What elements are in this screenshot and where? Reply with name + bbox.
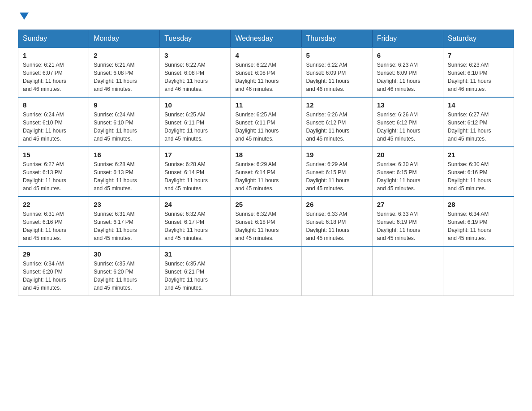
day-info: Sunrise: 6:22 AMSunset: 6:08 PMDaylight:…: [235, 61, 296, 93]
calendar-cell: 6Sunrise: 6:23 AMSunset: 6:09 PMDaylight…: [372, 47, 443, 97]
calendar-cell: 22Sunrise: 6:31 AMSunset: 6:16 PMDayligh…: [18, 197, 89, 246]
calendar-cell: 29Sunrise: 6:34 AMSunset: 6:20 PMDayligh…: [18, 246, 89, 296]
calendar-table: SundayMondayTuesdayWednesdayThursdayFrid…: [18, 30, 514, 296]
logo-triangle-icon: [20, 13, 29, 20]
calendar-cell: 25Sunrise: 6:32 AMSunset: 6:18 PMDayligh…: [231, 197, 301, 246]
day-number: 19: [306, 151, 368, 158]
calendar-cell: [231, 246, 301, 296]
week-row-4: 22Sunrise: 6:31 AMSunset: 6:16 PMDayligh…: [18, 197, 514, 246]
day-info: Sunrise: 6:22 AMSunset: 6:08 PMDaylight:…: [164, 61, 226, 93]
day-number: 30: [94, 250, 155, 258]
weekday-header-wednesday: Wednesday: [231, 30, 301, 48]
weekday-header-monday: Monday: [89, 30, 160, 48]
day-number: 18: [235, 151, 296, 158]
day-info: Sunrise: 6:30 AMSunset: 6:15 PMDaylight:…: [377, 160, 438, 193]
calendar-cell: [372, 246, 443, 296]
day-number: 13: [377, 101, 438, 109]
calendar-cell: 3Sunrise: 6:22 AMSunset: 6:08 PMDaylight…: [160, 47, 231, 97]
week-row-1: 1Sunrise: 6:21 AMSunset: 6:07 PMDaylight…: [18, 47, 514, 97]
day-info: Sunrise: 6:31 AMSunset: 6:17 PMDaylight:…: [94, 210, 155, 242]
calendar-cell: 19Sunrise: 6:29 AMSunset: 6:15 PMDayligh…: [301, 147, 372, 197]
logo: [18, 13, 29, 21]
calendar-cell: [301, 246, 372, 296]
day-number: 29: [23, 250, 84, 258]
calendar-cell: 2Sunrise: 6:21 AMSunset: 6:08 PMDaylight…: [89, 47, 160, 97]
day-info: Sunrise: 6:24 AMSunset: 6:10 PMDaylight:…: [23, 111, 84, 143]
day-info: Sunrise: 6:30 AMSunset: 6:16 PMDaylight:…: [448, 160, 509, 193]
day-number: 26: [306, 201, 368, 208]
calendar-cell: 11Sunrise: 6:25 AMSunset: 6:11 PMDayligh…: [231, 97, 301, 147]
calendar-cell: 24Sunrise: 6:32 AMSunset: 6:17 PMDayligh…: [160, 197, 231, 246]
day-number: 14: [448, 101, 509, 109]
calendar-cell: [443, 246, 514, 296]
page-header: [18, 13, 514, 21]
day-number: 4: [235, 51, 296, 59]
day-number: 1: [23, 51, 84, 59]
calendar-cell: 20Sunrise: 6:30 AMSunset: 6:15 PMDayligh…: [372, 147, 443, 197]
calendar-cell: 23Sunrise: 6:31 AMSunset: 6:17 PMDayligh…: [89, 197, 160, 246]
day-info: Sunrise: 6:24 AMSunset: 6:10 PMDaylight:…: [94, 111, 155, 143]
calendar-cell: 15Sunrise: 6:27 AMSunset: 6:13 PMDayligh…: [18, 147, 89, 197]
calendar-cell: 30Sunrise: 6:35 AMSunset: 6:20 PMDayligh…: [89, 246, 160, 296]
day-number: 3: [164, 51, 226, 59]
calendar-cell: 18Sunrise: 6:29 AMSunset: 6:14 PMDayligh…: [231, 147, 301, 197]
weekday-header-thursday: Thursday: [301, 30, 372, 48]
calendar-cell: 8Sunrise: 6:24 AMSunset: 6:10 PMDaylight…: [18, 97, 89, 147]
day-info: Sunrise: 6:26 AMSunset: 6:12 PMDaylight:…: [306, 111, 368, 143]
calendar-cell: 28Sunrise: 6:34 AMSunset: 6:19 PMDayligh…: [443, 197, 514, 246]
day-number: 23: [94, 201, 155, 208]
calendar-cell: 12Sunrise: 6:26 AMSunset: 6:12 PMDayligh…: [301, 97, 372, 147]
calendar-cell: 31Sunrise: 6:35 AMSunset: 6:21 PMDayligh…: [160, 246, 231, 296]
day-info: Sunrise: 6:21 AMSunset: 6:08 PMDaylight:…: [94, 61, 155, 93]
day-info: Sunrise: 6:28 AMSunset: 6:14 PMDaylight:…: [164, 160, 226, 193]
day-number: 9: [94, 101, 155, 109]
calendar-cell: 7Sunrise: 6:23 AMSunset: 6:10 PMDaylight…: [443, 47, 514, 97]
day-info: Sunrise: 6:31 AMSunset: 6:16 PMDaylight:…: [23, 210, 84, 242]
day-info: Sunrise: 6:32 AMSunset: 6:18 PMDaylight:…: [235, 210, 296, 242]
day-number: 22: [23, 201, 84, 208]
day-number: 27: [377, 201, 438, 208]
day-number: 24: [164, 201, 226, 208]
day-info: Sunrise: 6:35 AMSunset: 6:21 PMDaylight:…: [164, 260, 226, 292]
day-number: 2: [94, 51, 155, 59]
day-number: 10: [164, 101, 226, 109]
day-info: Sunrise: 6:33 AMSunset: 6:19 PMDaylight:…: [377, 210, 438, 242]
day-info: Sunrise: 6:28 AMSunset: 6:13 PMDaylight:…: [94, 160, 155, 193]
calendar-cell: 10Sunrise: 6:25 AMSunset: 6:11 PMDayligh…: [160, 97, 231, 147]
day-info: Sunrise: 6:34 AMSunset: 6:19 PMDaylight:…: [448, 210, 509, 242]
day-number: 6: [377, 51, 438, 59]
day-number: 20: [377, 151, 438, 158]
day-info: Sunrise: 6:27 AMSunset: 6:12 PMDaylight:…: [448, 111, 509, 143]
day-info: Sunrise: 6:22 AMSunset: 6:09 PMDaylight:…: [306, 61, 368, 93]
day-number: 12: [306, 101, 368, 109]
weekday-header-tuesday: Tuesday: [160, 30, 231, 48]
day-number: 21: [448, 151, 509, 158]
calendar-cell: 5Sunrise: 6:22 AMSunset: 6:09 PMDaylight…: [301, 47, 372, 97]
calendar-cell: 14Sunrise: 6:27 AMSunset: 6:12 PMDayligh…: [443, 97, 514, 147]
weekday-header-sunday: Sunday: [18, 30, 89, 48]
day-info: Sunrise: 6:21 AMSunset: 6:07 PMDaylight:…: [23, 61, 84, 93]
day-info: Sunrise: 6:33 AMSunset: 6:18 PMDaylight:…: [306, 210, 368, 242]
day-info: Sunrise: 6:25 AMSunset: 6:11 PMDaylight:…: [164, 111, 226, 143]
day-number: 8: [23, 101, 84, 109]
day-info: Sunrise: 6:29 AMSunset: 6:15 PMDaylight:…: [306, 160, 368, 193]
calendar-cell: 21Sunrise: 6:30 AMSunset: 6:16 PMDayligh…: [443, 147, 514, 197]
week-row-5: 29Sunrise: 6:34 AMSunset: 6:20 PMDayligh…: [18, 246, 514, 296]
day-info: Sunrise: 6:35 AMSunset: 6:20 PMDaylight:…: [94, 260, 155, 292]
day-info: Sunrise: 6:29 AMSunset: 6:14 PMDaylight:…: [235, 160, 296, 193]
calendar-cell: 16Sunrise: 6:28 AMSunset: 6:13 PMDayligh…: [89, 147, 160, 197]
day-info: Sunrise: 6:26 AMSunset: 6:12 PMDaylight:…: [377, 111, 438, 143]
week-row-2: 8Sunrise: 6:24 AMSunset: 6:10 PMDaylight…: [18, 97, 514, 147]
day-number: 17: [164, 151, 226, 158]
calendar-cell: 9Sunrise: 6:24 AMSunset: 6:10 PMDaylight…: [89, 97, 160, 147]
day-info: Sunrise: 6:23 AMSunset: 6:09 PMDaylight:…: [377, 61, 438, 93]
calendar-cell: 27Sunrise: 6:33 AMSunset: 6:19 PMDayligh…: [372, 197, 443, 246]
calendar-cell: 13Sunrise: 6:26 AMSunset: 6:12 PMDayligh…: [372, 97, 443, 147]
weekday-header-saturday: Saturday: [443, 30, 514, 48]
day-number: 15: [23, 151, 84, 158]
day-number: 31: [164, 250, 226, 258]
day-number: 28: [448, 201, 509, 208]
calendar-cell: 4Sunrise: 6:22 AMSunset: 6:08 PMDaylight…: [231, 47, 301, 97]
day-info: Sunrise: 6:23 AMSunset: 6:10 PMDaylight:…: [448, 61, 509, 93]
day-info: Sunrise: 6:34 AMSunset: 6:20 PMDaylight:…: [23, 260, 84, 292]
